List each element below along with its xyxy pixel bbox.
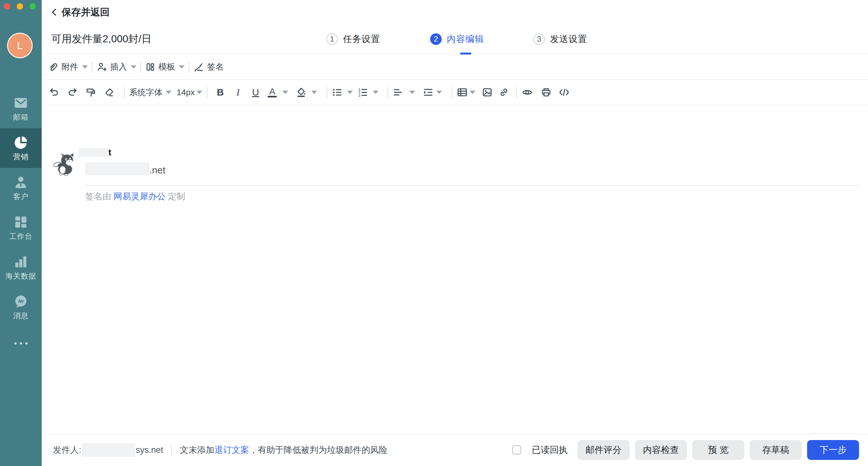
font-color-caret-icon — [282, 91, 288, 94]
app-window: L 邮箱 营销 — [0, 0, 868, 466]
signature-label[interactable]: 签名 — [207, 61, 224, 72]
sidebar-item-marketing[interactable]: 营销 — [0, 128, 42, 168]
quota-text: 可用发件量2,000封/日 — [51, 32, 152, 46]
highlight-caret-icon — [311, 91, 317, 94]
table-button[interactable] — [457, 87, 475, 97]
message-icon — [13, 294, 28, 309]
bullet-list-button[interactable] — [332, 87, 353, 97]
redacted-email — [85, 162, 149, 175]
insert-caret-icon[interactable] — [131, 65, 136, 69]
save-draft-button[interactable]: 存草稿 — [750, 440, 802, 460]
sidebar-item-customs-data[interactable]: 海关数据 — [0, 247, 42, 287]
lingxi-link[interactable]: 网易灵犀办公 — [114, 192, 166, 201]
format-toolbar: 系统字体 14px B I U A — [42, 80, 868, 105]
insert-person-icon[interactable] — [97, 62, 107, 72]
footer-actions: 已读回执 邮件评分 内容检查 预 览 存草稿 下一步 — [512, 440, 859, 460]
main-area: 保存并返回 可用发件量2,000封/日 1 任务设置 2 内容编辑 3 发送设置 — [42, 0, 868, 466]
insert-toolbar: 附件 插入 模板 — [42, 55, 868, 80]
redacted-name — [79, 148, 108, 157]
template-icon[interactable] — [146, 62, 155, 72]
indent-button[interactable] — [423, 87, 442, 97]
back-label: 保存并返回 — [62, 6, 110, 19]
active-step-indicator — [460, 53, 471, 55]
bar-chart-icon — [13, 254, 28, 269]
redacted-sender — [82, 443, 135, 457]
attachment-caret-icon[interactable] — [82, 65, 88, 69]
redo-button[interactable] — [67, 87, 78, 97]
numbered-list-caret-icon — [373, 91, 378, 94]
align-button[interactable] — [393, 87, 415, 97]
underline-button[interactable]: U — [251, 87, 260, 98]
read-receipt-checkbox[interactable] — [512, 445, 521, 455]
template-caret-icon[interactable] — [179, 65, 185, 69]
sidebar-item-messages[interactable]: 消息 — [0, 287, 42, 327]
back-row: 保存并返回 — [42, 0, 868, 24]
font-size-caret-icon — [196, 91, 202, 94]
font-family-caret-icon — [166, 91, 172, 94]
content-check-button[interactable]: 内容检查 — [635, 440, 687, 460]
template-label[interactable]: 模板 — [158, 61, 175, 72]
attachment-icon[interactable] — [48, 62, 58, 72]
signature-name: t — [79, 148, 111, 157]
preview-eye-button[interactable] — [522, 87, 533, 97]
footer-bar: 发件人: sys.net 文末添加退订文案，有助于降低被判为垃圾邮件的风险 已读… — [42, 433, 868, 466]
format-painter-button[interactable] — [85, 87, 96, 97]
signature-caption: 签名由 网易灵犀办公 定制 — [85, 191, 185, 202]
unsubscribe-link[interactable]: 退订文案 — [214, 445, 249, 455]
clear-format-button[interactable] — [103, 87, 115, 97]
minimize-window-icon[interactable] — [17, 3, 23, 10]
sender-info: 发件人: sys.net 文末添加退订文案，有助于降低被判为垃圾邮件的风险 — [53, 443, 388, 457]
mail-icon — [13, 95, 28, 110]
maximize-window-icon[interactable] — [30, 3, 36, 10]
insert-label[interactable]: 插入 — [110, 61, 127, 72]
sidebar-item-customers[interactable]: 客户 — [0, 168, 42, 208]
sidebar: L 邮箱 营销 — [0, 0, 42, 466]
sender-domain: sys.net — [136, 445, 163, 455]
avatar-letter: L — [17, 40, 23, 52]
svg-text:3: 3 — [359, 94, 361, 97]
customer-icon — [13, 175, 28, 190]
email-score-button[interactable]: 邮件评分 — [578, 440, 629, 460]
font-color-button[interactable]: A — [268, 88, 288, 97]
workbench-icon — [13, 215, 28, 229]
print-button[interactable] — [541, 87, 552, 97]
close-window-icon[interactable] — [4, 3, 10, 10]
font-family-select[interactable]: 系统字体 — [129, 87, 172, 98]
bullet-list-caret-icon — [347, 91, 353, 94]
insert-link-button[interactable] — [499, 88, 509, 97]
font-size-select[interactable]: 14px — [177, 88, 202, 97]
step-task-settings[interactable]: 1 任务设置 — [326, 33, 380, 45]
step-send-settings[interactable]: 3 发送设置 — [533, 33, 587, 45]
signature-email: .net — [85, 162, 165, 175]
table-caret-icon — [470, 91, 475, 94]
align-caret-icon — [409, 91, 415, 94]
highlight-color-button[interactable] — [296, 87, 317, 97]
sender-label: 发件人: — [53, 444, 82, 456]
italic-button[interactable]: I — [234, 87, 242, 98]
pie-chart-icon — [13, 135, 28, 150]
indent-caret-icon — [436, 91, 442, 94]
insert-image-button[interactable] — [482, 87, 493, 97]
undo-button[interactable] — [49, 87, 60, 97]
bold-button[interactable]: B — [216, 87, 225, 98]
read-receipt-label: 已读回执 — [532, 444, 568, 456]
avatar[interactable]: L — [7, 33, 33, 58]
sidebar-more-ellipsis-icon[interactable] — [0, 342, 42, 345]
steps-header: 可用发件量2,000封/日 1 任务设置 2 内容编辑 3 发送设置 — [42, 24, 868, 55]
editor-area[interactable]: t .net 签名由 网易灵犀办公 定制 — [42, 105, 868, 434]
sidebar-item-mail[interactable]: 邮箱 — [0, 89, 42, 128]
window-controls — [4, 3, 36, 10]
chevron-left-icon — [51, 8, 57, 17]
attachment-label[interactable]: 附件 — [62, 61, 78, 72]
unsubscribe-tip: 文末添加退订文案，有助于降低被判为垃圾邮件的风险 — [180, 444, 388, 456]
back-button[interactable]: 保存并返回 — [51, 6, 110, 19]
preview-button[interactable]: 预 览 — [692, 440, 744, 460]
sidebar-item-workbench[interactable]: 工作台 — [0, 208, 42, 247]
signature-cat-image — [52, 153, 76, 177]
next-step-button[interactable]: 下一步 — [807, 440, 859, 460]
numbered-list-button[interactable]: 1 2 3 — [358, 87, 378, 97]
signature-divider — [85, 185, 861, 186]
source-code-button[interactable] — [559, 88, 569, 97]
signature-icon[interactable] — [194, 62, 204, 72]
step-content-edit[interactable]: 2 内容编辑 — [430, 33, 484, 45]
